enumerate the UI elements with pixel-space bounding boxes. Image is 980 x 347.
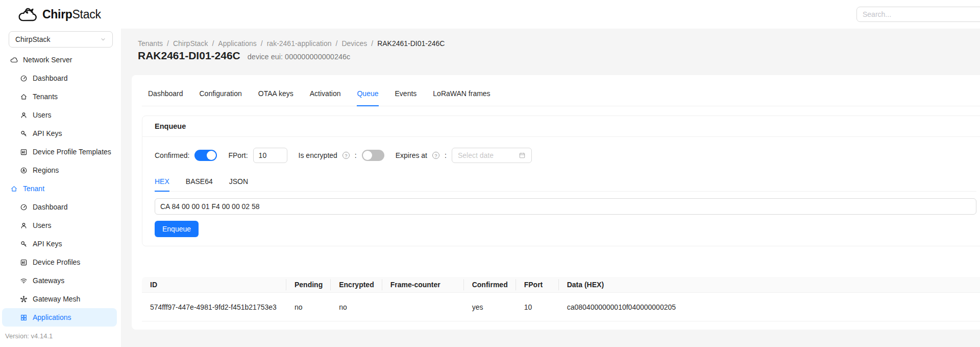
cell-fport: 10 [516, 293, 559, 321]
sidebar-item-gateways[interactable]: Gateways [0, 271, 121, 290]
appstore-icon [20, 314, 28, 321]
sidebar-item-label: Device Profiles [33, 258, 80, 266]
page-header: RAK2461-DI01-246C device eui: 0000000000… [138, 50, 980, 62]
cell-frame-counter [382, 293, 464, 321]
chevron-down-icon [100, 36, 106, 42]
cell-pending: no [286, 293, 331, 321]
tab-base64[interactable]: BASE64 [186, 176, 213, 187]
tab-hex[interactable]: HEX [155, 176, 169, 187]
key-icon [20, 240, 28, 248]
breadcrumb-separator: / [371, 39, 373, 48]
tab-json[interactable]: JSON [229, 176, 248, 187]
user-icon [20, 222, 28, 229]
dashboard-icon [20, 203, 28, 211]
content-area: Tenants/ChirpStack/Applications/rak-2461… [121, 29, 980, 347]
sidebar-item-device-profiles[interactable]: Device Profiles [0, 253, 121, 271]
breadcrumb-separator: / [212, 39, 214, 48]
sidebar-menu: Network Server Dashboard Tenants Users A… [0, 51, 121, 327]
breadcrumb-item-applications[interactable]: Applications [218, 39, 257, 48]
sidebar-item-label: Applications [33, 313, 71, 321]
encoding-tabs: HEX BASE64 JSON [155, 176, 976, 192]
sidebar-item-label: Network Server [23, 56, 72, 64]
sidebar-item-ns-api-keys[interactable]: API Keys [0, 124, 121, 143]
chirpstack-cloud-bird-icon [17, 5, 38, 24]
enqueue-button[interactable]: Enqueue [155, 221, 199, 237]
search-input[interactable] [856, 7, 980, 22]
sidebar-item-tenant-users[interactable]: Users [0, 216, 121, 235]
sidebar-item-tenants[interactable]: Tenants [0, 87, 121, 106]
fport-input[interactable] [253, 148, 287, 163]
tab-activation[interactable]: Activation [310, 88, 341, 99]
sidebar-item-tenant[interactable]: Tenant [0, 179, 121, 198]
tab-events[interactable]: Events [395, 88, 417, 99]
sidebar-item-label: Dashboard [33, 74, 68, 82]
dashboard-icon [20, 75, 28, 82]
confirmed-toggle[interactable] [194, 150, 217, 161]
enqueue-panel-body: Confirmed: FPort: Is encrypted ? : [142, 137, 980, 246]
device-card: Dashboard Configuration OTAA keys Activa… [132, 75, 980, 330]
tab-lorawan-frames[interactable]: LoRaWAN frames [433, 88, 490, 99]
cloud-icon [10, 56, 18, 64]
colon: : [355, 151, 357, 159]
colon: : [445, 151, 447, 159]
sidebar-item-regions[interactable]: Regions [0, 161, 121, 179]
cell-id: 574fff97-447e-4981-9fd2-f451b21753e3 [142, 293, 286, 321]
wifi-icon [20, 277, 28, 285]
queue-table: ID Pending Encrypted Frame-counter Confi… [142, 277, 980, 321]
organization-select[interactable]: ChirpStack [9, 31, 113, 48]
breadcrumb: Tenants/ChirpStack/Applications/rak-2461… [138, 39, 980, 48]
fport-label: FPort: [228, 151, 248, 159]
sidebar-item-device-profile-templates[interactable]: Device Profile Templates [0, 143, 121, 161]
expires-date-picker[interactable]: Select date [452, 148, 532, 163]
breadcrumb-item-devices[interactable]: Devices [341, 39, 367, 48]
enqueue-panel-title: Enqueue [142, 116, 980, 137]
sidebar-item-ns-dashboard[interactable]: Dashboard [0, 69, 121, 87]
column-header-data-hex: Data (HEX) [559, 277, 980, 293]
date-placeholder: Select date [458, 151, 494, 159]
queue-table-row: 574fff97-447e-4981-9fd2-f451b21753e3 no … [142, 293, 980, 321]
fport-control: FPort: [228, 148, 287, 163]
device-tabs: Dashboard Configuration OTAA keys Activa… [142, 88, 980, 106]
device-eui-label: device eui: 000000000000246c [248, 53, 351, 61]
sidebar-item-applications[interactable]: Applications [2, 308, 117, 327]
logo-chirp: Chirp [42, 8, 72, 21]
confirmed-label: Confirmed: [155, 151, 189, 159]
column-header-id: ID [142, 277, 286, 293]
sidebar-item-label: Gateways [33, 276, 64, 285]
mesh-icon [20, 295, 28, 303]
breadcrumb-item-device-name: RAK2461-DI01-246C [377, 39, 445, 48]
sidebar-item-gateway-mesh[interactable]: Gateway Mesh [0, 290, 121, 308]
payload-hex-input[interactable] [155, 198, 976, 215]
compass-icon [20, 167, 28, 174]
organization-select-value: ChirpStack [15, 35, 50, 43]
breadcrumb-item-application-name[interactable]: rak-2461-application [267, 39, 332, 48]
sidebar-item-label: Tenants [33, 92, 58, 101]
tab-configuration[interactable]: Configuration [200, 88, 242, 99]
sidebar-item-ns-users[interactable]: Users [0, 106, 121, 124]
top-bar: ChirpStack [0, 0, 980, 29]
sidebar-item-tenant-dashboard[interactable]: Dashboard [0, 198, 121, 216]
tab-otaa-keys[interactable]: OTAA keys [258, 88, 293, 99]
tab-queue[interactable]: Queue [357, 88, 378, 99]
breadcrumb-separator: / [167, 39, 169, 48]
version-label: Version: v4.14.1 [5, 332, 53, 340]
key-icon [20, 130, 28, 137]
sidebar-item-label: Users [33, 111, 52, 119]
tab-dashboard[interactable]: Dashboard [148, 88, 183, 99]
main-layout: ChirpStack Network Server Dashboard Tena… [0, 29, 980, 347]
logo-stack: Stack [72, 8, 101, 21]
sidebar-item-label: Tenant [23, 184, 44, 193]
expires-label: Expires at [396, 151, 427, 159]
question-circle-icon[interactable]: ? [432, 152, 439, 159]
breadcrumb-separator: / [261, 39, 263, 48]
breadcrumb-item-tenants[interactable]: Tenants [138, 39, 163, 48]
breadcrumb-item-chirpstack[interactable]: ChirpStack [173, 39, 208, 48]
sidebar-item-tenant-api-keys[interactable]: API Keys [0, 235, 121, 253]
sidebar-item-network-server[interactable]: Network Server [0, 51, 121, 69]
breadcrumb-separator: / [336, 39, 338, 48]
home-icon [10, 185, 18, 193]
is-encrypted-toggle[interactable] [362, 150, 384, 161]
question-circle-icon[interactable]: ? [342, 152, 350, 159]
toggle-knob [363, 151, 372, 160]
column-header-confirmed: Confirmed [464, 277, 516, 293]
